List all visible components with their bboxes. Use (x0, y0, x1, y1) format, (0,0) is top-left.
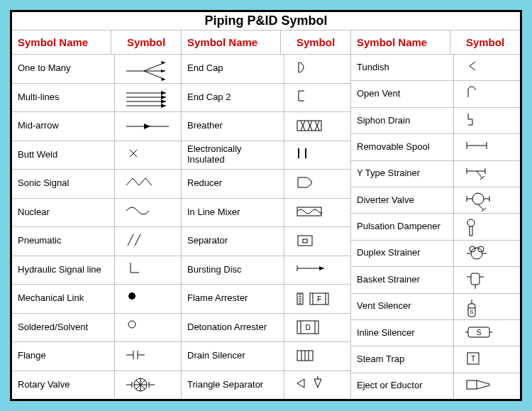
symbol-name: Flange (12, 342, 115, 371)
symbol-name: Y Type Strainer (351, 161, 454, 187)
table-row: Mid-arrow (12, 112, 181, 141)
symbol-name: Triangle Separator (182, 371, 284, 400)
symbol-name: Diverter Valve (351, 187, 454, 213)
bursting-disc-icon (284, 256, 350, 285)
table-row: Nuclear (12, 199, 181, 228)
symbol-name: Rotary Valve (12, 371, 115, 400)
end-cap-2-icon (284, 84, 350, 112)
table-row: Electronically Insulated (182, 141, 350, 170)
tundish-icon (454, 55, 520, 80)
table-row: Diverter Valve (351, 187, 520, 214)
table-row: One to Many (12, 55, 181, 84)
removable-spool-icon (454, 134, 520, 160)
siphon-drain-icon (454, 108, 520, 133)
column: Symbol NameSymbolEnd CapEnd Cap 2Breathe… (182, 31, 351, 399)
table-row: Open Vent (351, 81, 520, 107)
symbol-name: Drain Silencer (182, 342, 284, 371)
table-row: Siphon Drain (351, 108, 520, 134)
table-row: Vent Silencer (351, 294, 520, 320)
rotary-valve-icon (115, 371, 181, 400)
header-symbol: Symbol (281, 31, 350, 54)
one-to-many-icon (115, 55, 181, 83)
symbol-name: Flame Arrester (182, 285, 284, 313)
header-symbol: Symbol (111, 31, 181, 54)
table-row: Bursting Disc (182, 256, 350, 285)
symbol-name: Mechanical Link (12, 285, 115, 313)
symbol-name: Inline Silencer (351, 320, 454, 346)
pulsation-dampener-icon (454, 214, 520, 239)
sonic-signal-icon (115, 170, 181, 198)
symbol-name: Multi-lines (12, 84, 115, 112)
table-row: End Cap 2 (182, 84, 350, 113)
breather-icon (284, 112, 350, 141)
table-row: Reducer (182, 170, 350, 199)
table-row: Butt Weld (12, 141, 181, 170)
symbol-name: Removable Spool (351, 134, 454, 160)
separator-icon (284, 227, 350, 256)
column: Symbol NameSymbolTundishOpen VentSiphon … (351, 31, 520, 399)
diverter-valve-icon (454, 187, 520, 213)
page-title: Piping P&ID Symbol (12, 12, 520, 30)
table-row: Pneumatic (12, 227, 181, 256)
table-row: Tundish (351, 55, 520, 81)
table-row: Drain Silencer (182, 342, 350, 371)
column: Symbol NameSymbolOne to ManyMulti-linesM… (12, 31, 182, 399)
table-row: End Cap (182, 55, 350, 84)
symbol-name: Separator (182, 227, 284, 256)
y-strainer-icon (454, 161, 520, 187)
table-row: Rotary Valve (12, 371, 181, 400)
table-row: Steam Trap (351, 346, 520, 373)
table-row: Y Type Strainer (351, 161, 520, 187)
hydraulic-signal-icon (115, 256, 181, 285)
symbol-name: Mid-arrow (12, 112, 115, 141)
mid-arrow-icon (115, 112, 181, 141)
symbol-name: Pneumatic (12, 227, 115, 256)
symbol-name: Eject or Eductor (351, 373, 454, 399)
reducer-icon (284, 170, 350, 198)
symbol-name: Steam Trap (351, 346, 454, 372)
detonation-arrester-icon (284, 314, 350, 342)
symbol-name: In Line Mixer (182, 199, 284, 227)
eductor-icon (454, 373, 520, 399)
basket-strainer-icon (454, 267, 520, 292)
symbol-name: Butt Weld (12, 141, 115, 170)
rows: End CapEnd Cap 2BreatherElectronically I… (182, 55, 350, 399)
inline-silencer-icon (454, 320, 520, 346)
symbol-name: Breather (182, 112, 284, 141)
flame-arrester-icon (284, 285, 350, 313)
pneumatic-icon (115, 227, 181, 256)
table-row: Basket Strainer (351, 267, 520, 293)
table-row: Multi-lines (12, 84, 181, 113)
triangle-separator-icon (284, 371, 350, 400)
duplex-strainer-icon (454, 241, 520, 266)
column-header: Symbol NameSymbol (351, 31, 520, 55)
symbol-name: Open Vent (351, 81, 454, 106)
column-header: Symbol NameSymbol (182, 31, 350, 55)
open-vent-icon (454, 81, 520, 106)
symbol-name: Basket Strainer (351, 267, 454, 292)
table-row: Soldered/Solvent (12, 314, 181, 343)
header-symbol: Symbol (450, 31, 520, 54)
symbol-name: Electronically Insulated (182, 141, 284, 170)
symbol-name: Reducer (182, 170, 284, 198)
symbol-name: Detonation Arrester (182, 314, 284, 342)
symbol-name: Hydraulic Signal line (12, 256, 115, 285)
symbol-name: Pulsation Dampener (351, 214, 454, 239)
table-row: Breather (182, 112, 350, 141)
drain-silencer-icon (284, 342, 350, 371)
header-name: Symbol Name (12, 31, 111, 54)
table-row: Detonation Arrester (182, 314, 350, 343)
table-row: Hydraulic Signal line (12, 256, 181, 285)
symbol-name: Tundish (351, 55, 454, 80)
symbol-name: Soldered/Solvent (12, 314, 115, 342)
nuclear-icon (115, 199, 181, 227)
butt-weld-icon (115, 141, 181, 170)
vent-silencer-icon (454, 294, 520, 319)
symbol-name: Siphon Drain (351, 108, 454, 133)
symbol-name: Nuclear (12, 199, 115, 227)
table-row: In Line Mixer (182, 199, 350, 228)
table-row: Removable Spool (351, 134, 520, 160)
columns: Symbol NameSymbolOne to ManyMulti-linesM… (12, 30, 520, 399)
symbol-name: Vent Silencer (351, 294, 454, 319)
symbol-name: End Cap 2 (182, 84, 284, 112)
